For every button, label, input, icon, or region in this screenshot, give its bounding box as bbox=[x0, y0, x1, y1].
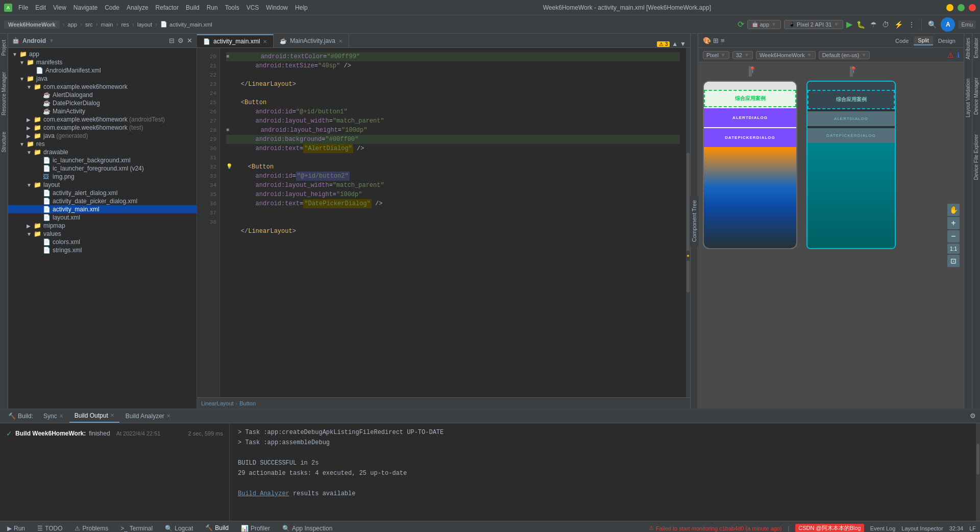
build-output-tab[interactable]: Build Output ✕ bbox=[69, 409, 119, 423]
tree-img-png[interactable]: 🖼 img.png bbox=[8, 173, 197, 181]
tree-colors[interactable]: 📄 colors.xml bbox=[8, 238, 197, 246]
design-mode-btn[interactable]: Design bbox=[934, 37, 960, 45]
tree-layout[interactable]: ▼ 📁 layout bbox=[8, 181, 197, 189]
info-icon[interactable]: ℹ bbox=[957, 51, 960, 59]
event-log[interactable]: Event Log bbox=[870, 525, 896, 531]
device-config[interactable]: Pixel ▼ bbox=[703, 51, 729, 59]
device-manager-tab[interactable]: Device Manager bbox=[972, 76, 980, 117]
tree-pkg-test[interactable]: ▶ 📁 com.example.week6homework (test) bbox=[8, 124, 197, 132]
bc-button[interactable]: Button bbox=[239, 400, 256, 406]
warning-down-icon[interactable]: ▼ bbox=[680, 40, 686, 47]
zoom-full-btn[interactable]: ⊡ bbox=[947, 255, 960, 267]
sync-tab[interactable]: Sync ✕ bbox=[38, 409, 68, 423]
minimize-button[interactable] bbox=[946, 4, 953, 11]
menu-help[interactable]: Help bbox=[295, 4, 308, 11]
menu-tools[interactable]: Tools bbox=[225, 4, 239, 11]
menu-refactor[interactable]: Refactor bbox=[156, 4, 179, 11]
bc-res[interactable]: res bbox=[121, 21, 129, 28]
run-config-dropdown[interactable]: 🤖 app ▼ bbox=[747, 20, 781, 29]
maximize-button[interactable] bbox=[958, 4, 965, 11]
tree-mipmap[interactable]: ▶ 📁 mipmap bbox=[8, 222, 197, 230]
tab-mainactivity-close-icon[interactable]: ✕ bbox=[338, 38, 342, 44]
tab-activity-main[interactable]: 📄 activity_main.xml ✕ bbox=[197, 34, 274, 47]
attributes-tab[interactable]: Attributes bbox=[964, 36, 972, 61]
component-tree-tab[interactable]: Component Tree bbox=[690, 34, 698, 408]
zoom-out-btn[interactable]: − bbox=[947, 230, 960, 243]
project-name[interactable]: Week6HomeWork bbox=[4, 20, 60, 29]
emu-button[interactable]: Emu bbox=[958, 20, 976, 29]
tree-ic-launcher-bg[interactable]: 📄 ic_launcher_background.xml bbox=[8, 156, 197, 164]
menu-file[interactable]: File bbox=[18, 4, 28, 11]
bc-layout[interactable]: layout bbox=[137, 21, 152, 28]
build-analyzer-close[interactable]: ✕ bbox=[166, 413, 170, 419]
logcat-tab[interactable]: 🔍 Logcat bbox=[162, 524, 196, 533]
tree-mainactivity[interactable]: ☕ MainActivity bbox=[8, 107, 197, 115]
tab-close-icon[interactable]: ✕ bbox=[263, 39, 267, 44]
tree-activity-main[interactable]: 📄 activity_main.xml bbox=[8, 205, 197, 213]
code-editor[interactable]: 20 21 22 23 24 25 26 27 28 29 30 31 32 3… bbox=[197, 48, 690, 397]
menu-code[interactable]: Code bbox=[105, 4, 119, 11]
toolbar-more[interactable]: ⋮ bbox=[907, 19, 916, 30]
terminal-tab[interactable]: >_ Terminal bbox=[117, 524, 156, 533]
tree-pkg-androidtest[interactable]: ▶ 📁 com.example.week6homework (androidTe… bbox=[8, 115, 197, 124]
component-tree-btn[interactable]: ⊞ bbox=[713, 37, 719, 44]
theme-config[interactable]: Week6HomeWork ▼ bbox=[756, 51, 816, 59]
structure-tab[interactable]: Structure bbox=[0, 130, 8, 155]
todo-tab[interactable]: ☰ TODO bbox=[34, 524, 65, 533]
profiler-tab[interactable]: 📊 Profiler bbox=[238, 524, 273, 533]
build-item-main[interactable]: ✓ Build Week6HomeWork: finished At 2022/… bbox=[4, 427, 225, 440]
menu-run[interactable]: Run bbox=[207, 4, 218, 11]
properties-btn[interactable]: ≡ bbox=[721, 37, 725, 44]
tab-mainactivity[interactable]: ☕ MainActivity.java ✕ bbox=[274, 34, 349, 47]
palette-icon[interactable]: 🎨 bbox=[703, 37, 711, 44]
hand-tool-btn[interactable]: ✋ bbox=[947, 204, 960, 216]
tree-drawable[interactable]: ▼ 📁 drawable bbox=[8, 148, 197, 156]
build-analyzer-link[interactable]: Build Analyzer bbox=[238, 490, 289, 497]
resource-tab[interactable]: Resource Manager bbox=[0, 70, 8, 117]
menu-edit[interactable]: Edit bbox=[35, 4, 46, 11]
sync-tab-close[interactable]: ✕ bbox=[59, 413, 63, 419]
locale-config[interactable]: Default (en-us) ▼ bbox=[819, 51, 870, 59]
layout-inspector[interactable]: Layout Inspector bbox=[901, 525, 943, 531]
zoom-in-btn[interactable]: + bbox=[947, 217, 960, 229]
menu-window[interactable]: Window bbox=[266, 4, 288, 11]
menu-analyze[interactable]: Analyze bbox=[127, 4, 149, 11]
panel-settings-icon[interactable]: ⚙ bbox=[178, 37, 184, 44]
tree-strings[interactable]: 📄 strings.xml bbox=[8, 246, 197, 254]
build-scrollbar[interactable] bbox=[976, 423, 980, 521]
tree-java[interactable]: ▼ 📁 java bbox=[8, 75, 197, 83]
search-button[interactable]: 🔍 bbox=[927, 19, 938, 30]
zoom-fit-btn[interactable]: 1:1 bbox=[947, 244, 960, 254]
run-button[interactable]: ▶ bbox=[846, 19, 852, 29]
close-button[interactable] bbox=[969, 4, 976, 11]
tree-alertdialogand[interactable]: ☕ AlertDialogand bbox=[8, 91, 197, 99]
run-tab[interactable]: ▶ Run bbox=[4, 524, 28, 533]
tree-activity-date-picker[interactable]: 📄 activity_date_picker_dialog.xml bbox=[8, 197, 197, 205]
profile-button[interactable]: ⏱ bbox=[881, 19, 890, 30]
bc-app[interactable]: app bbox=[68, 21, 77, 28]
tree-manifests[interactable]: ▼ 📁 manifests bbox=[8, 58, 197, 66]
device-file-explorer-tab[interactable]: Device File Explorer bbox=[972, 132, 980, 182]
code-mode-btn[interactable]: Code bbox=[891, 37, 913, 45]
tree-datepickerdialog[interactable]: ☕ DatePickerDialog bbox=[8, 99, 197, 107]
build-output-close[interactable]: ✕ bbox=[110, 413, 114, 418]
apply-changes-button[interactable]: ⚡ bbox=[893, 19, 904, 30]
layout-validation-tab[interactable]: Layout Validation bbox=[964, 77, 972, 119]
tree-values[interactable]: ▼ 📁 values bbox=[8, 230, 197, 238]
project-tab[interactable]: Project bbox=[0, 38, 8, 58]
build-bottom-tab[interactable]: 🔨 Build bbox=[202, 523, 232, 533]
bc-filename[interactable]: activity_main.xml bbox=[169, 21, 212, 28]
coverage-button[interactable]: ☂ bbox=[869, 19, 878, 30]
bc-main[interactable]: main bbox=[101, 21, 113, 28]
problems-tab[interactable]: ⚠ Problems bbox=[71, 524, 111, 533]
debug-button[interactable]: 🐛 bbox=[855, 19, 866, 30]
sync-icon[interactable]: ⟳ bbox=[738, 19, 744, 29]
menu-build[interactable]: Build bbox=[186, 4, 200, 11]
app-inspection-tab[interactable]: 🔍 App Inspection bbox=[279, 524, 335, 533]
tree-app[interactable]: ▼ 📁 app bbox=[8, 50, 197, 58]
menu-vcs[interactable]: VCS bbox=[247, 4, 259, 11]
avatar[interactable]: A bbox=[941, 17, 955, 32]
tree-androidmanifest[interactable]: 📄 AndroidManifest.xml bbox=[8, 66, 197, 75]
tree-activity-alert-dialog[interactable]: 📄 activity_alert_dialog.xml bbox=[8, 189, 197, 197]
bc-linearlayout[interactable]: LinearLayout bbox=[201, 400, 234, 406]
